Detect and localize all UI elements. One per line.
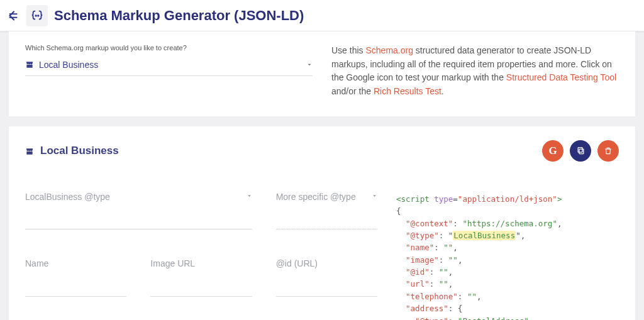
form-grid: LocalBusiness @type More specific @type … [25, 192, 377, 320]
copy-icon [576, 146, 586, 155]
back-button[interactable] [5, 7, 23, 25]
copy-button[interactable] [570, 140, 591, 162]
section-title-row: Local Business [25, 145, 119, 157]
delete-button[interactable] [597, 140, 619, 162]
svg-rect-3 [578, 148, 582, 153]
arrow-left-icon [7, 9, 21, 23]
name-input[interactable]: Name [25, 258, 126, 296]
svg-point-1 [38, 15, 38, 16]
intro-text: Use this Schema.org structured data gene… [331, 44, 619, 99]
svg-point-0 [35, 15, 36, 16]
svg-rect-2 [579, 149, 584, 154]
id-url-input[interactable]: @id (URL) [276, 258, 377, 296]
chevron-down-icon [247, 193, 252, 200]
form-panel: Local Business G LocalBusiness @type Mor… [9, 126, 635, 320]
selector-label: Which Schema.org markup would you like t… [25, 44, 313, 52]
braces-icon [30, 9, 44, 23]
schema-type-value: Local Business [39, 60, 98, 70]
code-preview: <script type="application/ld+json"> { "@… [396, 192, 619, 320]
brand-icon [26, 5, 48, 26]
chevron-down-icon [306, 59, 313, 70]
storefront-icon [25, 60, 34, 69]
intro-panel: Which Schema.org markup would you like t… [9, 31, 635, 116]
section-title: Local Business [40, 145, 119, 157]
image-url-input[interactable]: Image URL [150, 258, 252, 296]
storefront-icon [25, 146, 34, 155]
page-title: Schema Markup Generator (JSON-LD) [54, 8, 304, 24]
trash-icon [604, 146, 613, 155]
schema-org-link[interactable]: Schema.org [365, 45, 413, 55]
specific-type-select[interactable]: More specific @type [276, 192, 377, 229]
sdtt-link[interactable]: Structured Data Testing Tool [506, 72, 616, 82]
type-select[interactable]: LocalBusiness @type [25, 192, 252, 229]
schema-type-select[interactable]: Local Business [25, 55, 313, 76]
google-test-button[interactable]: G [542, 140, 564, 162]
chevron-down-icon [372, 193, 377, 200]
top-bar: Schema Markup Generator (JSON-LD) [0, 0, 644, 31]
rich-results-link[interactable]: Rich Results Test [374, 86, 441, 96]
